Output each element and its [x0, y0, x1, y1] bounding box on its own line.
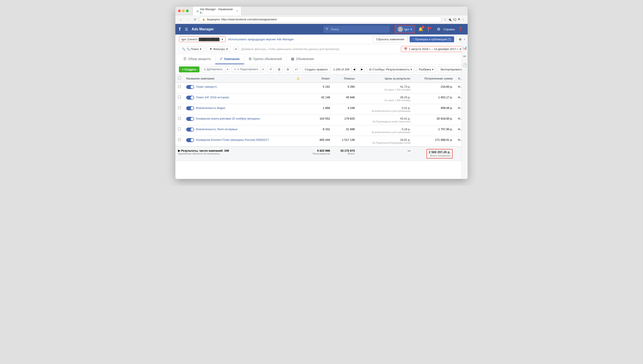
duplicate-button[interactable]: ⊡ Дублировать — [202, 67, 225, 72]
use-prev-version-link[interactable]: Использовать предыдущую версию Ads Manag… — [228, 38, 294, 41]
campaign-name-link-0[interactable]: Охват (аккаунт) — [196, 85, 217, 88]
row-checkbox-2[interactable] — [178, 106, 181, 109]
total-spend-value: 2 569 297,45 р. — [429, 150, 450, 154]
flag-nav-button[interactable]: 🚩 — [426, 26, 434, 32]
create-rule-button[interactable]: Создать правило — [302, 66, 330, 72]
row-checkbox-0[interactable] — [178, 85, 181, 88]
breakdown-chevron-icon: ▾ — [432, 68, 434, 71]
search-filter-button[interactable]: 🔍 🔍 Поиск ▾ — [179, 46, 204, 52]
forward-button[interactable]: › — [185, 17, 190, 22]
add-filter-button[interactable]: + — [233, 46, 239, 52]
browser-tab[interactable]: 📊 Ads Manager - Управление р... ✕ — [193, 7, 241, 15]
duplicate-dropdown-button[interactable]: ▾ — [225, 67, 230, 72]
search-filter-icon: 🔍 — [182, 48, 185, 51]
reach-cell-1: 42 149 — [304, 94, 332, 104]
maximize-button[interactable] — [186, 10, 189, 12]
profile-name: Igor — [404, 28, 409, 31]
duplicate-label: Дублировать — [207, 68, 223, 71]
delete-button[interactable]: 🗑 — [276, 66, 283, 72]
tab-campaigns[interactable]: ✓ Кампании — [215, 54, 244, 64]
profile-button[interactable]: Igor ▾ — [394, 25, 415, 33]
tab-overview[interactable]: ☰ Обзор аккаунта — [179, 54, 215, 64]
minimize-button[interactable] — [182, 10, 185, 12]
table-header-row: Название кампании ⚠ Охват Показы Цена за… — [175, 74, 468, 82]
campaign-toggle-4[interactable] — [186, 128, 194, 132]
search-input[interactable] — [331, 28, 388, 31]
side-chart-icon[interactable]: 📊 — [462, 45, 468, 51]
hamburger-button[interactable]: ☰ — [184, 26, 189, 32]
table-row: Конверсии (книга реклама 20 ноября) женщ… — [175, 115, 468, 125]
edit-dropdown-button[interactable]: ▾ — [260, 67, 265, 72]
refresh-button[interactable]: ↺ — [192, 17, 198, 22]
row-checkbox-3[interactable] — [178, 117, 181, 120]
total-spend-box: 2 569 297,45 р. Всего потрачено — [426, 149, 452, 158]
side-edit-icon[interactable]: ✏ — [462, 53, 467, 59]
account-name: Igor Zuevich (██████████) — [181, 38, 220, 41]
tab-close-icon[interactable]: ✕ — [236, 10, 238, 12]
edit-icon: ✏ — [234, 68, 236, 71]
url-prefix: Защищено — [206, 18, 220, 21]
side-collapse-icon[interactable]: ‹ — [463, 36, 466, 42]
address-bar[interactable]: 🔒 Защищено https://www.facebook.com/ads/… — [199, 16, 442, 22]
campaign-toggle-3[interactable] — [186, 117, 194, 121]
price-cell-2: 0,31 р. За вовлечённость для публикации — [357, 104, 413, 115]
breakdown-button[interactable]: Разбивка ▾ — [416, 66, 436, 72]
fb-app: f ☰ Ads Manager 🔍 Igor ▾ 🔔 1 — [175, 24, 468, 179]
campaign-name-link-3[interactable]: Конверсии (книга реклама 20 ноября) женщ… — [196, 117, 260, 120]
columns-icon: ⊟ — [369, 68, 372, 71]
tab-ad-sets[interactable]: ⊞ Группы объявлений — [244, 54, 286, 64]
filters-button[interactable]: ▼ Фильтры ▾ — [206, 46, 231, 52]
campaign-name-link-1[interactable]: Охват (НГ 2018 истории) — [196, 96, 229, 99]
back-button[interactable]: ‹ — [178, 17, 183, 22]
close-button[interactable] — [178, 10, 181, 12]
date-chevron-icon: ▾ — [460, 48, 461, 51]
notifications-button[interactable]: 🔔 1 — [417, 26, 424, 32]
publish-button[interactable]: ↑ Проверка и публикация (7) — [410, 36, 454, 42]
tab-ads[interactable]: ▦ Объявления — [286, 54, 318, 64]
edit-button[interactable]: ✏ ✏ Редактировать — [232, 67, 260, 72]
row-checkbox-1[interactable] — [178, 96, 181, 98]
side-clock-icon[interactable]: 🕐 — [462, 62, 468, 68]
notification-badge: 1 — [421, 26, 424, 28]
col-header-reach: Охват — [304, 74, 332, 82]
next-page-button[interactable]: ▶ — [359, 67, 365, 72]
price-cell-1: 39,20 р. За охват 1 000 человек — [357, 94, 413, 104]
account-selector[interactable]: Igor Zuevich (██████████) ▾ — [179, 36, 226, 42]
traffic-lights — [178, 10, 189, 12]
tag-button[interactable]: 🏷 — [293, 66, 300, 72]
columns-button[interactable]: ⊟ Столбцы: Результативность ▾ — [367, 66, 414, 72]
flag-icon[interactable]: ⚑ — [458, 18, 460, 21]
chart-button[interactable]: ⊞ — [284, 66, 291, 72]
row-checkbox-5[interactable] — [178, 138, 181, 141]
date-range-button[interactable]: 📅 1 августа 2016 г. – 14 декабря 2017 г.… — [401, 46, 464, 52]
help-icon-button[interactable]: ❓ — [456, 26, 464, 32]
campaign-toggle-0[interactable] — [186, 85, 194, 89]
pagination-info: 1-200 of 349 — [333, 68, 350, 71]
titlebar: 📊 Ads Manager - Управление р... ✕ — [175, 7, 468, 15]
iq-icon[interactable]: IQ — [453, 18, 456, 21]
more-icon[interactable]: ⋮ — [462, 18, 465, 21]
campaign-name-cell: Вовлеченность Лиля интервью — [186, 128, 292, 132]
campaign-toggle-5[interactable] — [186, 138, 194, 142]
campaign-toggle-2[interactable] — [186, 106, 194, 110]
campaign-name-link-2[interactable]: Вовлеченность Видео — [196, 106, 226, 110]
prev-page-button[interactable]: ◀ — [351, 67, 357, 72]
export-button[interactable]: Экспортировать — [438, 66, 464, 72]
tab-campaigns-label: Кампании — [224, 57, 240, 61]
campaign-name-link-4[interactable]: Вовлеченность Лиля интервью — [196, 128, 238, 131]
campaign-toggle-1[interactable] — [186, 96, 194, 100]
tab-ads-label: Объявления — [296, 57, 314, 61]
create-button[interactable]: + Создать — [179, 66, 200, 72]
campaign-name-cell: Охват (НГ 2018 истории) — [186, 96, 292, 100]
filter-row: 🔍 🔍 Поиск ▾ ▼ Фильтры ▾ + Добавьте фильт… — [175, 44, 468, 54]
row-checkbox-4[interactable] — [178, 128, 181, 130]
settings-nav-button[interactable]: ⚙ — [436, 26, 442, 32]
select-all-checkbox[interactable] — [178, 76, 181, 80]
reset-button[interactable]: Сбросить изменения — [373, 36, 408, 42]
spend-cell-2: 499,46 р. — [413, 104, 455, 115]
extension-icon[interactable]: 🔌 — [448, 18, 452, 21]
bookmark-icon[interactable]: ☆ — [444, 18, 446, 21]
campaign-name-link-5[interactable]: Конверсии Контент-План (женщины Россия) … — [196, 138, 269, 142]
help-link[interactable]: Справка — [444, 28, 455, 31]
undo-button[interactable]: ↺ — [267, 66, 274, 72]
